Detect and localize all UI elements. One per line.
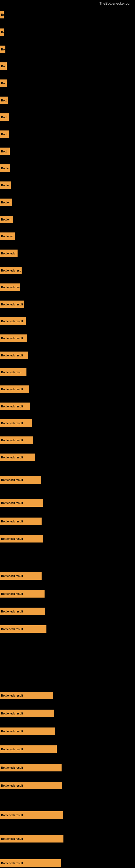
bar-item: Bottleneck resu [0, 267, 21, 274]
bar-label: Bo [1, 31, 4, 34]
bar-row: Bottlenec [0, 232, 135, 240]
bar-label: Bottleneck result [1, 405, 23, 408]
bar-label: Bottleneck res [1, 286, 20, 289]
bar-row: Bottleneck result [0, 745, 135, 753]
bar-label: Bottl [1, 99, 7, 102]
bar-row: Bottleneck result [0, 420, 135, 427]
bar-row: Bottleneck result [0, 535, 135, 542]
bar-label: Bottleneck result [1, 837, 23, 840]
bar-row: Bo [0, 29, 135, 36]
bar-row: Bottl [0, 113, 135, 121]
bar-item: Bottleneck result [0, 745, 57, 753]
bar-item: Bottle [0, 164, 10, 172]
bar-label: Bott [1, 65, 6, 68]
site-title: TheBottlenecker.com [99, 0, 135, 7]
bar-label: Bottleneck result [1, 575, 23, 578]
bar-row: Bottleneck result [0, 385, 135, 393]
bar-row: Bottl [0, 97, 135, 104]
bar-item: Bottleneck result [0, 518, 42, 525]
bar-row: Bottleneck result [0, 476, 135, 484]
bar-item: Bottleneck result [0, 301, 24, 308]
bar-row: Bottleneck result [0, 403, 135, 410]
bar-row: Bottleneck result [0, 454, 135, 461]
bar-row: Bottleneck result [0, 317, 135, 325]
bar-row: Bottleneck resu [0, 267, 135, 274]
bar-item: Bottleneck result [0, 351, 28, 359]
bar-item: Bottleneck result [0, 782, 62, 789]
bar-item: Bottleneck result [0, 335, 27, 342]
bar-row: Bottle [0, 164, 135, 172]
bar-label: Bottleneck result [1, 694, 23, 697]
bar-row: Bottleneck result [0, 859, 135, 867]
bar-label: Bottleneck result [1, 628, 23, 631]
bar-label: Bottle [1, 184, 9, 187]
bar-item: Bottleneck result [0, 436, 33, 444]
bar-row: Bottl [0, 130, 135, 138]
bar-item: Bottleneck result [0, 727, 55, 735]
bar-label: Bottleneck result [1, 422, 23, 425]
bar-item: Bottlen [0, 216, 13, 223]
bar-row: Bottle [0, 182, 135, 189]
bar-label: Bottleneck result [1, 456, 23, 459]
bar-item: Bottl [0, 130, 9, 138]
bar-row: Bot [0, 45, 135, 53]
bar-row: Bottleneck result [0, 692, 135, 699]
bar-item: Bott [0, 62, 7, 70]
bar-row: Bottleneck result [0, 572, 135, 580]
bar-label: Bottleneck result [1, 537, 23, 540]
bar-row: Bottleneck result [0, 301, 135, 308]
bar-item: Bottleneck result [0, 710, 54, 717]
bar-item: Bottl [0, 113, 9, 121]
bar-item: Bottleneck result [0, 385, 29, 393]
bar-row: Bo [0, 11, 135, 19]
bar-label: Bottl [1, 116, 7, 119]
bar-label: Bott [1, 82, 6, 85]
bar-label: Bottleneck result [1, 784, 23, 787]
bar-item: Bottleneck result [0, 403, 30, 410]
bar-item: Bottleneck result [0, 476, 41, 484]
bar-item: Bottleneck result [0, 608, 45, 615]
bar-item: Bottleneck res [0, 283, 20, 291]
bar-row: Bottleneck result [0, 499, 135, 507]
bar-label: Bottleneck resu [1, 269, 21, 272]
bar-row: Bottleneck result [0, 590, 135, 597]
bar-row: Bottleneck result [0, 335, 135, 342]
bar-item: Bottleneck result [0, 835, 63, 842]
bar-label: Bo [1, 13, 4, 16]
bar-item: Bottleneck result [0, 692, 53, 699]
bar-item: Bottlen [0, 198, 12, 206]
bar-item: Bottleneck result [0, 590, 45, 597]
bar-label: Bottleneck result [1, 501, 23, 504]
bar-label: Bottleneck result [1, 592, 23, 595]
bar-row: Bottleneck result [0, 835, 135, 842]
bar-label: Bottleneck result [1, 478, 23, 482]
bar-row: Bottleneck result [0, 608, 135, 615]
bar-row: Bottleneck result [0, 811, 135, 819]
bar-label: Bottlen [1, 201, 10, 204]
bar-label: Bot [1, 48, 5, 51]
bar-item: Bottleneck resu [0, 368, 27, 376]
bar-item: Bot [0, 45, 5, 53]
bar-item: Bo [0, 29, 4, 36]
bar-label: Bottleneck result [1, 439, 23, 442]
bar-item: Bo [0, 11, 4, 19]
bar-label: Bottleneck result [1, 320, 23, 323]
bar-item: Bottleneck result [0, 859, 61, 867]
bar-label: Bottlenec [1, 235, 13, 238]
bar-row: Bott [0, 62, 135, 70]
bar-row: Bottleneck result [0, 351, 135, 359]
bar-label: Bottleneck result [1, 712, 23, 715]
bar-label: Bottleneck result [1, 610, 23, 613]
bar-item: Bottlenec [0, 232, 15, 240]
bar-item: Bottleneck result [0, 764, 61, 771]
bar-item: Bottleneck result [0, 499, 43, 507]
bar-row: Bottlen [0, 198, 135, 206]
bar-item: Bottleneck result [0, 811, 63, 819]
bar-row: Bott [0, 80, 135, 87]
bar-item: Bottleneck result [0, 625, 46, 633]
bar-label: Bottlen [1, 218, 10, 221]
bar-item: Bottle [0, 182, 11, 189]
bar-label: Bottleneck result [1, 337, 23, 340]
bar-item: Bottleneck result [0, 317, 26, 325]
bar-label: Bottl [1, 133, 7, 136]
